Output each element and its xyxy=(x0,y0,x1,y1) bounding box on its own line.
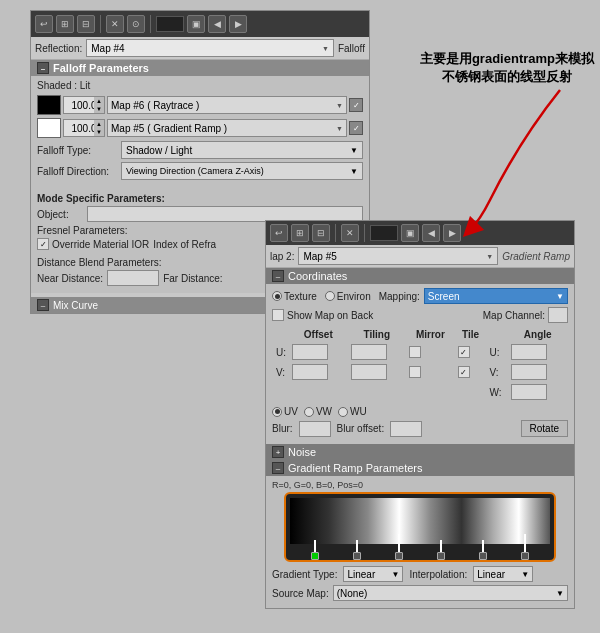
map6-check[interactable]: ✓ xyxy=(349,98,363,112)
reflection-label: Reflection: xyxy=(35,43,82,54)
chan-label: Map Channel: xyxy=(483,310,545,321)
p2-prev-btn[interactable]: ◀ xyxy=(422,224,440,242)
m1-dot[interactable] xyxy=(311,552,319,560)
p2-next-btn[interactable]: ▶ xyxy=(443,224,461,242)
map5-select[interactable]: Map #5 ▼ xyxy=(298,247,498,265)
settings-btn[interactable]: ⊙ xyxy=(127,15,145,33)
map6-swatch[interactable] xyxy=(37,95,61,115)
environ-radio[interactable]: Environ xyxy=(325,291,371,302)
blur-offset-input[interactable]: 0.0 xyxy=(390,421,422,437)
remove-btn[interactable]: ⊟ xyxy=(77,15,95,33)
interp-select[interactable]: Linear ▼ xyxy=(473,566,533,582)
map5-value[interactable]: 100.0 ▲ ▼ xyxy=(63,119,105,137)
map5-up[interactable]: ▲ xyxy=(94,120,104,128)
rotate-btn[interactable]: Rotate xyxy=(521,420,568,437)
coord-header: – Coordinates xyxy=(266,268,574,284)
falloff-type-select[interactable]: Shadow / Light ▼ xyxy=(121,141,363,159)
environ-radio-btn[interactable] xyxy=(325,291,335,301)
ft-chevron: ▼ xyxy=(350,146,358,155)
v-tiling-input[interactable]: 1.0 xyxy=(351,364,387,380)
map5-swatch[interactable] xyxy=(37,118,61,138)
noise-toggle[interactable]: + xyxy=(272,446,284,458)
gradient-type-select[interactable]: Linear ▼ xyxy=(343,566,403,582)
show-map-cb[interactable] xyxy=(272,309,284,321)
p2-remove-btn[interactable]: ⊟ xyxy=(312,224,330,242)
falloff-toggle[interactable]: – xyxy=(37,62,49,74)
g-marker-1[interactable] xyxy=(311,540,319,560)
u-tile-cb[interactable]: ✓ xyxy=(458,346,470,358)
uv-btn[interactable] xyxy=(272,407,282,417)
blur-offset-label: Blur offset: xyxy=(337,423,385,434)
p2-add-btn[interactable]: ⊞ xyxy=(291,224,309,242)
map6-spinner: ▲ ▼ xyxy=(94,97,104,113)
view-btn[interactable]: ▣ xyxy=(187,15,205,33)
near-input[interactable]: 0.0mm xyxy=(107,270,159,286)
g-marker-3[interactable] xyxy=(395,534,403,560)
next-btn[interactable]: ▶ xyxy=(229,15,247,33)
show-map-label: Show Map on Back xyxy=(272,309,373,321)
ior-text: Index of Refra xyxy=(153,239,216,250)
offset-hdr: Offset xyxy=(290,328,347,341)
texture-radio-btn[interactable] xyxy=(272,291,282,301)
gr-label: Gradient Ramp xyxy=(502,251,570,262)
p2-toolbar-value[interactable]: 0 xyxy=(370,225,398,241)
v-mirror-cb[interactable] xyxy=(409,366,421,378)
source-select[interactable]: (None) ▼ xyxy=(333,585,568,601)
falloff-dir-select[interactable]: Viewing Direction (Camera Z-Axis) ▼ xyxy=(121,162,363,180)
add-btn[interactable]: ⊞ xyxy=(56,15,74,33)
m5-dot[interactable] xyxy=(479,552,487,560)
g-marker-6[interactable] xyxy=(521,534,529,560)
annotation: 主要是用gradientramp来模拟 不锈钢表面的线型反射 xyxy=(420,50,594,86)
map5-check[interactable]: ✓ xyxy=(349,121,363,135)
coord-toggle[interactable]: – xyxy=(272,270,284,282)
blur-input[interactable]: 1.0 xyxy=(299,421,331,437)
wu-btn[interactable] xyxy=(338,407,348,417)
p2-view-btn[interactable]: ▣ xyxy=(401,224,419,242)
p2-undo-btn[interactable]: ↩ xyxy=(270,224,288,242)
vw-radio[interactable]: VW xyxy=(304,406,332,417)
gr-params-content: R=0, G=0, B=0, Pos=0 xyxy=(266,476,574,608)
wu-radio[interactable]: WU xyxy=(338,406,367,417)
map6-up[interactable]: ▲ xyxy=(94,97,104,105)
coord-title: Coordinates xyxy=(288,270,347,282)
g-marker-5[interactable] xyxy=(479,540,487,560)
map4-select[interactable]: Map #4 ▼ xyxy=(86,39,334,57)
v-angle-input[interactable]: 0.0 xyxy=(511,364,547,380)
reflection-row: Reflection: Map #4 ▼ Falloff xyxy=(31,37,369,60)
m2-dot[interactable] xyxy=(353,552,361,560)
screen-select[interactable]: Screen ▼ xyxy=(424,288,568,304)
grt-chevron: ▼ xyxy=(392,570,400,579)
uv-radio[interactable]: UV xyxy=(272,406,298,417)
prev-btn[interactable]: ◀ xyxy=(208,15,226,33)
mix-toggle[interactable]: – xyxy=(37,299,49,311)
toolbar-value[interactable]: 0 xyxy=(156,16,184,32)
g-marker-2[interactable] xyxy=(353,540,361,560)
grt-label: Gradient Type: xyxy=(272,569,337,580)
map5-down[interactable]: ▼ xyxy=(94,128,104,136)
m6-dot[interactable] xyxy=(521,552,529,560)
u-offset-input[interactable]: 0.0 xyxy=(292,344,328,360)
map6-dropdown[interactable]: Map #6 ( Raytrace ) ▼ xyxy=(107,96,347,114)
texture-radio[interactable]: Texture xyxy=(272,291,317,302)
coord-content: Texture Environ Mapping: Screen ▼ Show M… xyxy=(266,284,574,444)
u-mirror-cb[interactable] xyxy=(409,346,421,358)
g-marker-4[interactable] xyxy=(437,540,445,560)
map6-down[interactable]: ▼ xyxy=(94,105,104,113)
chan-input[interactable]: 1 xyxy=(548,307,568,323)
gradient-canvas[interactable] xyxy=(284,492,556,562)
map5-dropdown[interactable]: Map #5 ( Gradient Ramp ) ▼ xyxy=(107,119,347,137)
m4-dot[interactable] xyxy=(437,552,445,560)
vw-btn[interactable] xyxy=(304,407,314,417)
w-angle-input[interactable]: 0.0 xyxy=(511,384,547,400)
u-angle-input[interactable]: 0.0 xyxy=(511,344,547,360)
map6-value[interactable]: 100.0 ▲ ▼ xyxy=(63,96,105,114)
m3-dot[interactable] xyxy=(395,552,403,560)
p2-close-btn[interactable]: ✕ xyxy=(341,224,359,242)
undo-btn[interactable]: ↩ xyxy=(35,15,53,33)
v-offset-input[interactable]: 0.0 xyxy=(292,364,328,380)
v-tile-cb[interactable]: ✓ xyxy=(458,366,470,378)
override-cb[interactable]: ✓ xyxy=(37,238,49,250)
gr-toggle[interactable]: – xyxy=(272,462,284,474)
close-btn[interactable]: ✕ xyxy=(106,15,124,33)
u-tiling-input[interactable]: 1.0 xyxy=(351,344,387,360)
